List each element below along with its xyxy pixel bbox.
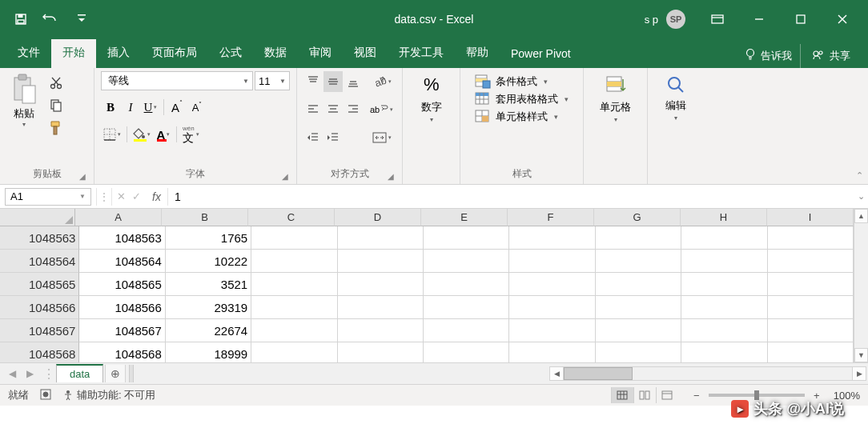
name-box[interactable]: A1▼: [5, 188, 91, 206]
cell[interactable]: 1048567: [79, 319, 165, 342]
cell-styles-button[interactable]: 单元格样式▾: [472, 108, 572, 126]
cell[interactable]: [424, 273, 509, 296]
format-painter-button[interactable]: [45, 118, 67, 138]
cell[interactable]: 1048563: [79, 226, 165, 250]
column-header[interactable]: F: [508, 209, 594, 226]
zoom-in-button[interactable]: +: [810, 390, 824, 402]
cell[interactable]: [338, 273, 424, 296]
tab-审阅[interactable]: 审阅: [298, 39, 343, 68]
fill-color-button[interactable]: [131, 124, 153, 145]
format-as-table-button[interactable]: 套用表格格式▾: [472, 90, 572, 108]
tab-数据[interactable]: 数据: [253, 39, 298, 68]
increase-indent-button[interactable]: [323, 127, 343, 148]
sheet-nav-prev[interactable]: ◀: [3, 365, 21, 382]
cell[interactable]: [338, 319, 424, 342]
cell[interactable]: [596, 296, 681, 319]
column-header[interactable]: C: [248, 209, 335, 226]
cancel-formula-icon[interactable]: ✕: [117, 190, 126, 202]
cell[interactable]: 29319: [166, 296, 251, 319]
collapse-ribbon-button[interactable]: ⌃: [856, 170, 863, 181]
align-right-button[interactable]: [344, 99, 363, 120]
cell[interactable]: [251, 250, 337, 273]
paste-button[interactable]: 粘贴 ▾: [6, 71, 42, 166]
cell[interactable]: [509, 226, 595, 250]
row-header[interactable]: 1048563: [0, 226, 79, 250]
cell[interactable]: 10222: [166, 250, 251, 273]
cell[interactable]: [251, 296, 337, 319]
font-launcher[interactable]: ◢: [280, 172, 290, 181]
cell[interactable]: [424, 342, 509, 362]
cell[interactable]: [681, 342, 767, 362]
ribbon-display-options[interactable]: [698, 5, 737, 34]
view-page-break-button[interactable]: [656, 387, 678, 403]
column-header[interactable]: D: [335, 209, 421, 226]
decrease-indent-button[interactable]: [303, 127, 323, 148]
cell[interactable]: [596, 273, 681, 296]
cell[interactable]: [424, 250, 509, 273]
zoom-out-button[interactable]: −: [689, 390, 704, 402]
cell[interactable]: [596, 319, 681, 342]
maximize-button[interactable]: [782, 5, 820, 34]
fx-icon[interactable]: fx: [146, 190, 167, 203]
cell[interactable]: [681, 226, 767, 250]
sheet-nav-next[interactable]: ▶: [21, 365, 38, 382]
cell[interactable]: [596, 342, 681, 362]
orientation-button[interactable]: ab: [368, 71, 396, 92]
decrease-font-button[interactable]: A˅: [187, 97, 207, 118]
cell[interactable]: 18999: [166, 342, 251, 362]
scroll-up-button[interactable]: ▲: [854, 209, 868, 223]
cell[interactable]: [768, 250, 854, 273]
cell[interactable]: [251, 319, 337, 342]
cell[interactable]: 1048566: [79, 296, 165, 319]
sheet-tab-active[interactable]: data: [56, 364, 103, 382]
select-all-corner[interactable]: [0, 209, 75, 226]
number-format-button[interactable]: % 数字 ▾: [415, 71, 448, 179]
increase-font-button[interactable]: A˄: [167, 97, 187, 118]
row-header[interactable]: 1048566: [0, 296, 79, 319]
undo-button[interactable]: [37, 5, 66, 34]
scroll-down-button[interactable]: ▼: [854, 348, 868, 362]
clipboard-launcher[interactable]: ◢: [78, 172, 87, 181]
avatar[interactable]: SP: [666, 10, 685, 29]
close-button[interactable]: [823, 5, 862, 34]
vertical-scrollbar[interactable]: ▲ ▼: [854, 209, 868, 362]
cell[interactable]: [681, 273, 767, 296]
cell[interactable]: [768, 296, 854, 319]
cell[interactable]: [596, 250, 681, 273]
cell[interactable]: [509, 342, 595, 362]
scroll-right-button[interactable]: ▶: [852, 366, 866, 381]
phonetic-button[interactable]: wén文: [180, 124, 202, 145]
cell[interactable]: [251, 342, 337, 362]
accessibility-status[interactable]: 辅助功能: 不可用: [62, 388, 155, 402]
view-page-layout-button[interactable]: [633, 387, 656, 403]
tab-scroll-splitter[interactable]: [129, 365, 134, 382]
alignment-launcher[interactable]: ◢: [386, 172, 396, 181]
tab-视图[interactable]: 视图: [343, 39, 388, 68]
cell[interactable]: [424, 296, 509, 319]
align-middle-button[interactable]: [323, 71, 343, 92]
cut-button[interactable]: [45, 73, 67, 94]
row-header[interactable]: 1048568: [0, 342, 79, 362]
tab-开始[interactable]: 开始: [51, 39, 96, 68]
tab-帮助[interactable]: 帮助: [455, 39, 500, 68]
column-header[interactable]: E: [421, 209, 508, 226]
zoom-slider[interactable]: [709, 394, 805, 397]
copy-button[interactable]: [45, 95, 67, 116]
cell[interactable]: [681, 250, 767, 273]
cell[interactable]: 1048564: [79, 250, 165, 273]
cell[interactable]: [338, 250, 424, 273]
column-header[interactable]: H: [681, 209, 767, 226]
bold-button[interactable]: B: [101, 97, 120, 118]
column-header[interactable]: B: [162, 209, 248, 226]
cell[interactable]: 1765: [166, 226, 251, 250]
cell[interactable]: [681, 296, 767, 319]
align-bottom-button[interactable]: [344, 71, 363, 92]
scroll-left-button[interactable]: ◀: [549, 366, 564, 381]
cell[interactable]: [424, 226, 509, 250]
cell[interactable]: [596, 226, 681, 250]
tab-开发工具[interactable]: 开发工具: [388, 39, 455, 68]
borders-button[interactable]: [101, 124, 123, 145]
cell[interactable]: [251, 226, 337, 250]
cell[interactable]: [424, 319, 509, 342]
cell[interactable]: 1048568: [79, 342, 165, 362]
